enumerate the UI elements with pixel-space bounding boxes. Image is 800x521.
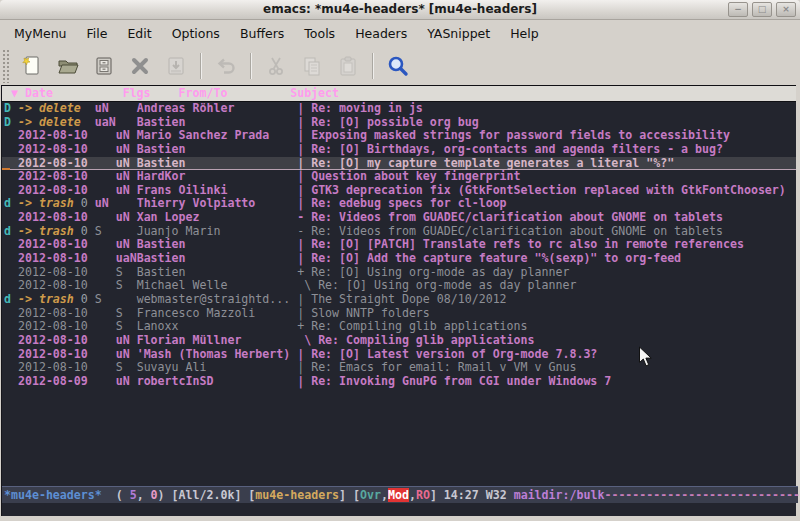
paste-icon (336, 54, 360, 78)
search-button[interactable] (383, 51, 413, 81)
emacs-window: emacs: *mu4e-headers* [mu4e-headers] −□×… (0, 0, 800, 521)
window-title: emacs: *mu4e-headers* [mu4e-headers] (0, 2, 800, 16)
menu-buffers[interactable]: Buffers (230, 21, 294, 47)
toolbar-separator (372, 53, 374, 79)
menu-bar: MyMenuFileEditOptionsBuffersToolsHeaders… (0, 20, 800, 46)
message-row[interactable]: 2012-08-10 uN HardKor | Question about k… (2, 170, 796, 184)
modeline-segment-mod: Mod (388, 488, 409, 502)
modeline-segment-dir: maildir:/bulk (514, 488, 605, 502)
new-file-icon (20, 54, 44, 78)
message-row[interactable]: 2012-08-09 uN robertcInSD | Re: Invoking… (2, 375, 796, 389)
headers-column-header-text: ▼ Date Flgs From/To Subject (4, 86, 339, 100)
undo-icon (214, 54, 238, 78)
frame-content: ▼ Date Flgs From/To Subject D -> delete … (1, 85, 796, 516)
modeline-segment: , (137, 488, 151, 502)
undo-button (211, 51, 241, 81)
message-row[interactable]: 2012-08-10 S Francesco Mazzoli | Slow NN… (2, 307, 796, 321)
message-row[interactable]: d -> trash 0 S Juanjo Marin - Re: Videos… (2, 225, 796, 239)
menu-edit[interactable]: Edit (117, 21, 161, 47)
close-button[interactable]: × (776, 2, 796, 17)
dired-button[interactable] (89, 51, 119, 81)
minimize-button[interactable]: − (728, 2, 748, 17)
copy-button (297, 51, 327, 81)
dired-icon (92, 54, 116, 78)
menu-help[interactable]: Help (500, 21, 549, 47)
toolbar-buttons (14, 51, 416, 81)
message-row[interactable]: 2012-08-10 uN Frans Oilinki | GTK3 depre… (2, 184, 796, 198)
menu-yasnippet[interactable]: YASnippet (417, 21, 500, 47)
modeline-segment: [All/2.0k] (172, 488, 249, 502)
maximize-button[interactable]: □ (752, 2, 772, 17)
message-row[interactable]: D -> delete uaN Bastien | Re: [O] possib… (2, 116, 796, 130)
modeline-segment: , (381, 488, 388, 502)
modeline-segment-col: 0 (151, 488, 158, 502)
toolbar-separator (200, 53, 202, 79)
mode-line[interactable]: *mu4e-headers* ( 5, 0) [All/2.0k] [mu4e-… (2, 486, 798, 503)
modeline-segment-ln: 5 (130, 488, 137, 502)
menu-mymenu[interactable]: MyMenu (4, 21, 77, 47)
cut-icon (264, 54, 288, 78)
open-file-icon (56, 54, 80, 78)
message-row[interactable]: 2012-08-10 uN Bastien | Re: [O] [PATCH] … (2, 238, 796, 252)
menu-headers[interactable]: Headers (345, 21, 417, 47)
modeline-segment: ] (430, 488, 444, 502)
message-row[interactable]: 2012-08-10 S Lanoxx + Re: Compiling glib… (2, 320, 796, 334)
modeline-segment: ) (158, 488, 172, 502)
new-file-button[interactable] (17, 51, 47, 81)
modeline-segment-mode: mu4e-headers (255, 488, 339, 502)
menu-file[interactable]: File (77, 21, 118, 47)
message-row[interactable]: d -> trash 0 S webmaster@straightd... | … (2, 293, 796, 307)
message-row[interactable]: 2012-08-10 uN 'Mash (Thomas Herbert) | R… (2, 348, 796, 362)
kill-buffer-button[interactable] (125, 51, 155, 81)
kill-buffer-icon (128, 54, 152, 78)
paste-button (333, 51, 363, 81)
message-row[interactable]: 2012-08-10 uaNBastien | Re: [O] Add the … (2, 252, 796, 266)
message-row[interactable]: 2012-08-10 S Michael Welle \ Re: [O] Usi… (2, 279, 796, 293)
modeline-segment-buf: *mu4e-headers* (4, 488, 102, 502)
message-row[interactable]: 2012-08-10 uN Xan Lopez - Re: Videos fro… (2, 211, 796, 225)
toolbar-drag-handle[interactable] (2, 49, 10, 83)
window-controls: −□× (728, 2, 796, 17)
toolbar-separator (250, 53, 252, 79)
open-file-button[interactable] (53, 51, 83, 81)
cut-button (261, 51, 291, 81)
toolbar (0, 46, 800, 86)
modeline-segment: , (409, 488, 416, 502)
message-row[interactable]: 2012-08-10 S Bastien + Re: [O] Using org… (2, 266, 796, 280)
modeline-segment-ovr: Ovr (360, 488, 381, 502)
modeline-segment: 14:27 W32 (444, 488, 514, 502)
save-buffer-icon (164, 54, 188, 78)
message-row[interactable]: 2012-08-10 S Suvayu Ali | Re: Emacs for … (2, 361, 796, 375)
headers-column-header: ▼ Date Flgs From/To Subject (2, 85, 796, 102)
modeline-segment: ( (102, 488, 130, 502)
copy-icon (300, 54, 324, 78)
message-row[interactable]: 2012-08-10 uN Bastien | Re: [O] Birthday… (2, 143, 796, 157)
message-row[interactable]: d -> trash 0 uN Thierry Volpiatto | Re: … (2, 197, 796, 211)
message-row[interactable]: 2012-08-10 uN Bastien | Re: [O] my captu… (2, 157, 796, 171)
window-titlebar[interactable]: emacs: *mu4e-headers* [mu4e-headers] −□× (0, 0, 800, 20)
echo-area (2, 503, 796, 516)
message-row[interactable]: 2012-08-10 uN Florian Müllner \ Re: Comp… (2, 334, 796, 348)
headers-list: D -> delete uN Andreas Röhler | Re: movi… (2, 102, 796, 486)
modeline-segment-ro: RO (416, 488, 430, 502)
menu-tools[interactable]: Tools (294, 21, 345, 47)
modeline-segment: ] (339, 488, 353, 502)
modeline-segment-dash: ---------------------------- (604, 488, 799, 502)
modeline-segment: [ (353, 488, 360, 502)
search-icon (386, 54, 410, 78)
save-buffer-button (161, 51, 191, 81)
menu-options[interactable]: Options (162, 21, 230, 47)
message-row[interactable]: 2012-08-10 uN Mario Sanchez Prada | Expo… (2, 129, 796, 143)
message-row[interactable]: D -> delete uN Andreas Röhler | Re: movi… (2, 102, 796, 116)
